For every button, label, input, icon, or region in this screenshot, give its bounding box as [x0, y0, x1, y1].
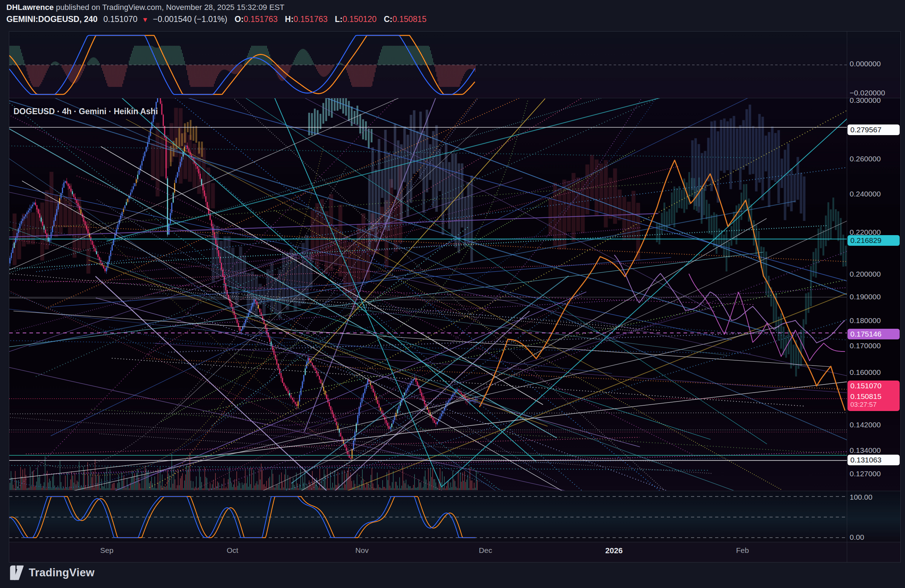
time-label-Oct: Oct: [227, 546, 238, 555]
open-label: O:: [235, 14, 244, 24]
tradingview-logo-text: TradingView: [29, 566, 94, 579]
time-label-Feb: Feb: [736, 546, 749, 555]
tradingview-logo[interactable]: TradingView: [8, 564, 94, 581]
high-value: 0.151763: [294, 14, 327, 24]
price-axis[interactable]: 0.000000−0.0200000.3000000.2600000.24000…: [847, 0, 901, 588]
price-tick: 0.180000: [849, 316, 881, 325]
time-label-2026: 2026: [605, 546, 623, 555]
price-label-0.131063: 0.131063: [848, 455, 900, 465]
price-tick: 0.260000: [849, 154, 881, 163]
down-triangle-icon: ▼: [142, 16, 149, 24]
price-tick: 0.300000: [849, 96, 881, 105]
price-label-0.216829: 0.216829: [848, 235, 900, 246]
tradingview-snapshot: DHLawrence published on TradingView.com,…: [0, 0, 905, 588]
low-label: L:: [335, 14, 343, 24]
price-tick: 0.170000: [849, 341, 881, 350]
symbol-interval: GEMINI:DOGEUSD, 240: [6, 14, 98, 24]
price-tick: 0.160000: [849, 368, 881, 377]
header: DHLawrence published on TradingView.com,…: [6, 3, 427, 24]
close-label: C:: [384, 14, 392, 24]
price-change: −0.001540 (−1.01%): [153, 14, 227, 24]
publish-info: DHLawrence published on TradingView.com,…: [6, 3, 427, 12]
tradingview-mark-icon: [8, 564, 25, 581]
high-label: H:: [285, 14, 294, 24]
time-label-Nov: Nov: [355, 546, 368, 555]
price-label-0.175146: 0.175146: [848, 329, 900, 339]
price-label-0.279567: 0.279567: [848, 125, 900, 135]
price-tick: 0.00: [849, 533, 864, 542]
price-tick: 0.134000: [849, 446, 881, 455]
price-tick: 0.190000: [849, 292, 881, 301]
price-label-0.150815: 0.15081503:27:57: [848, 391, 900, 411]
chart-legend[interactable]: DOGEUSD · 4h · Gemini · Heikin Ashi: [13, 107, 158, 116]
publish-text: published on TradingView.com, November 2…: [54, 3, 284, 12]
time-axis[interactable]: SepOctNovDec2026Feb: [9, 542, 846, 563]
price-label-0.151070: 0.151070: [848, 380, 900, 391]
price-tick: 100.00: [849, 493, 872, 502]
close-value: 0.150815: [392, 14, 427, 24]
last-price: 0.151070: [103, 14, 137, 24]
author-name: DHLawrence: [6, 3, 54, 12]
time-label-Sep: Sep: [100, 546, 113, 555]
low-value: 0.150120: [343, 14, 376, 24]
price-tick: 0.127000: [849, 469, 881, 479]
price-tick: 0.000000: [849, 59, 881, 68]
price-tick: 0.240000: [849, 189, 881, 199]
price-tick: 0.142000: [849, 420, 881, 430]
time-label-Dec: Dec: [479, 546, 492, 555]
bar-countdown: 03:27:57: [850, 401, 900, 408]
ticker-row: GEMINI:DOGEUSD, 240 0.151070 ▼ −0.001540…: [6, 14, 427, 24]
open-value: 0.151763: [243, 14, 278, 24]
price-tick: 0.200000: [849, 269, 881, 279]
